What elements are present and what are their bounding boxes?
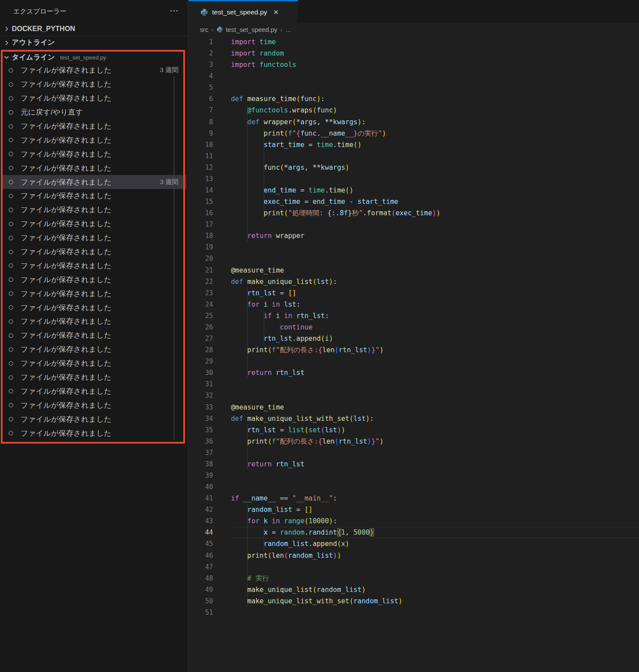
code-line[interactable]: 19 (189, 242, 639, 253)
code-line[interactable]: 48 # 実行 (189, 573, 639, 584)
line-number: 1 (189, 36, 213, 48)
timeline-dot-icon (9, 152, 13, 156)
timeline-entry[interactable]: ファイルが保存されました (2, 147, 186, 161)
code-line[interactable]: 27 rtn_lst.append(i) (189, 333, 639, 344)
code-line[interactable]: 36 print(f"配列の長さ:{len(rtn_lst)}") (189, 436, 639, 447)
code-area[interactable]: 1 import time 2 import random 3 import f… (189, 36, 639, 618)
timeline-entry[interactable]: ファイルが保存されました (2, 412, 186, 426)
timeline-entry[interactable]: ファイルが保存されました 3 週間 (2, 63, 186, 77)
code-line[interactable]: 29 (189, 356, 639, 367)
code-line[interactable]: 43 for k in range(10000): (189, 515, 639, 527)
timeline-dot-icon (9, 403, 13, 407)
timeline-entry[interactable]: 元に戻す/やり直す (2, 105, 186, 119)
line-number: 38 (189, 458, 213, 470)
code-line[interactable]: 45 random_list.append(x) (189, 538, 639, 550)
sidebar-section-docker-python[interactable]: DOCKER_PYTHON (0, 22, 188, 35)
timeline-entry[interactable]: ファイルが保存されました (2, 119, 186, 133)
code-line[interactable]: 4 (189, 70, 639, 82)
timeline-entry[interactable]: ファイルが保存されました (2, 161, 186, 175)
timeline-entry[interactable]: ファイルが保存されました (2, 329, 186, 343)
code-line[interactable]: 47 (189, 561, 639, 573)
line-number: 29 (189, 356, 213, 367)
code-line[interactable]: 8 def wrapper(*args, **kwargs): (189, 116, 639, 128)
code-line[interactable]: 26 continue (189, 322, 639, 333)
code-line[interactable]: 40 (189, 481, 639, 493)
timeline-entry[interactable]: ファイルが保存されました (2, 245, 186, 259)
code-line[interactable]: 44 x = random.randint(1, 5000) (189, 527, 639, 538)
code-line[interactable]: 22 def make_unique_list(lst): (189, 276, 639, 287)
code-line[interactable]: 33 @measure_time (189, 402, 639, 413)
code-line[interactable]: 2 import random (189, 48, 639, 59)
code-line[interactable]: 24 for i in lst: (189, 299, 639, 310)
code-line[interactable]: 42 random_list = [] (189, 504, 639, 515)
timeline-entry[interactable]: ファイルが保存されました (2, 77, 186, 91)
code-line[interactable]: 17 (189, 219, 639, 230)
code-line[interactable]: 1 import time (189, 36, 639, 48)
code-line[interactable]: 31 (189, 378, 639, 390)
breadcrumb-symbol-ellipsis[interactable]: ... (286, 26, 291, 33)
code-line[interactable]: 18 return wrapper (189, 230, 639, 242)
code-line[interactable]: 11 (189, 150, 639, 162)
timeline-entry[interactable]: ファイルが保存されました (2, 189, 186, 203)
code-line-text: end_time = time.time() (231, 185, 639, 196)
code-line[interactable]: 51 (189, 607, 639, 618)
code-line[interactable]: 20 (189, 253, 639, 264)
code-line[interactable]: 6 def measure_time(func): (189, 93, 639, 105)
timeline-entry[interactable]: ファイルが保存されました (2, 217, 186, 231)
indent-guide (247, 584, 248, 595)
code-line[interactable]: 7 @functools.wraps(func) (189, 105, 639, 116)
code-line[interactable]: 10 start_time = time.time() (189, 139, 639, 150)
code-line[interactable]: 3 import functools (189, 59, 639, 70)
code-line[interactable]: 13 (189, 173, 639, 185)
timeline-entry[interactable]: ファイルが保存されました (2, 259, 186, 273)
timeline-entry[interactable]: ファイルが保存されました (2, 287, 186, 301)
tab-close-icon[interactable]: ✕ (273, 8, 279, 16)
code-line[interactable]: 39 (189, 470, 639, 481)
sidebar-section-timeline[interactable]: タイムライン test_set_speed.py (0, 51, 188, 64)
code-line[interactable]: 23 rtn_lst = [] (189, 287, 639, 299)
line-number: 39 (189, 470, 213, 481)
timeline-entry[interactable]: ファイルが保存されました (2, 203, 186, 217)
more-actions-icon[interactable]: ⋯ (170, 5, 179, 16)
code-line[interactable]: 21 @measure_time (189, 265, 639, 276)
tab-test-set-speed[interactable]: test_set_speed.py ✕ (189, 0, 298, 23)
code-line[interactable]: 15 exec_time = end_time - start_time (189, 196, 639, 207)
timeline-entry[interactable]: ファイルが保存されました (2, 371, 186, 385)
code-line[interactable]: 9 print(f"{func.__name__}の実行") (189, 128, 639, 139)
timeline-entry[interactable]: ファイルが保存されました (2, 426, 186, 440)
timeline-entry[interactable]: ファイルが保存されました (2, 91, 186, 105)
breadcrumb-folder[interactable]: src (200, 26, 208, 33)
code-line[interactable]: 25 if i in rtn_lst: (189, 310, 639, 322)
code-line[interactable]: 30 return rtn_lst (189, 367, 639, 378)
timeline-entry[interactable]: ファイルが保存されました (2, 384, 186, 398)
code-line[interactable]: 14 end_time = time.time() (189, 185, 639, 196)
code-line[interactable]: 37 (189, 447, 639, 458)
indent-guide (264, 538, 264, 550)
timeline-entry[interactable]: ファイルが保存されました (2, 398, 186, 412)
timeline-entry[interactable]: ファイルが保存されました 3 週間 (2, 175, 186, 189)
code-line[interactable]: 38 return rtn_lst (189, 458, 639, 470)
code-line[interactable]: 28 print(f"配列の長さ:{len(rtn_lst)}") (189, 344, 639, 356)
timeline-entry[interactable]: ファイルが保存されました (2, 343, 186, 357)
code-line[interactable]: 16 print("処理時間: {:.8f}秒".format(exec_tim… (189, 207, 639, 219)
explorer-sidebar: エクスプローラー ⋯ DOCKER_PYTHON アウトライン タイムライン t… (0, 0, 188, 672)
indent-guide (247, 527, 248, 538)
code-line[interactable]: 34 def make_unique_list_with_set(lst): (189, 413, 639, 424)
code-line[interactable]: 35 rtn_lst = list(set(lst)) (189, 424, 639, 436)
timeline-entry[interactable]: ファイルが保存されました (2, 357, 186, 371)
code-line[interactable]: 5 (189, 82, 639, 93)
breadcrumb-file[interactable]: test_set_speed.py (226, 26, 277, 33)
timeline-entry[interactable]: ファイルが保存されました (2, 133, 186, 147)
code-line[interactable]: 46 print(len(random_list)) (189, 550, 639, 561)
timeline-entry[interactable]: ファイルが保存されました (2, 315, 186, 329)
code-line[interactable]: 12 func(*args, **kwargs) (189, 162, 639, 173)
timeline-entry[interactable]: ファイルが保存されました (2, 231, 186, 245)
timeline-entry-label: ファイルが保存されました (21, 386, 112, 396)
timeline-entry[interactable]: ファイルが保存されました (2, 301, 186, 315)
timeline-entry[interactable]: ファイルが保存されました (2, 273, 186, 287)
code-line[interactable]: 49 make_unique_list(random_list) (189, 584, 639, 595)
code-line[interactable]: 41 if __name__ == "__main__": (189, 493, 639, 504)
sidebar-section-outline[interactable]: アウトライン (0, 36, 188, 49)
code-line[interactable]: 50 make_unique_list_with_set(random_list… (189, 595, 639, 607)
code-line[interactable]: 32 (189, 390, 639, 401)
